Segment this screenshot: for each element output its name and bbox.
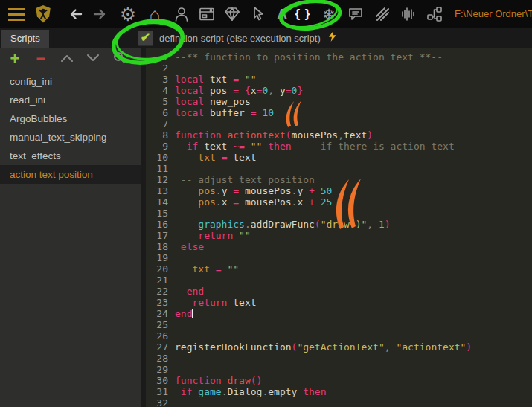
code-line[interactable]: 4local pos = {x=0, y=0}: [146, 85, 532, 96]
lightning-icon: [327, 30, 339, 43]
arrow-right-icon: [91, 5, 109, 23]
code-line[interactable]: 26: [146, 330, 532, 342]
code-line[interactable]: 27registerHookFunction("getActionText", …: [146, 342, 532, 353]
back-button[interactable]: [64, 1, 88, 27]
remove-script-button[interactable]: −: [33, 51, 48, 67]
line-number: 27: [146, 342, 168, 353]
line-number: 4: [146, 85, 168, 96]
diamond-icon: [223, 5, 241, 23]
code-line[interactable]: 20 txt = "": [146, 263, 532, 275]
decals-button[interactable]: [371, 1, 394, 27]
code-line[interactable]: 15: [146, 208, 532, 219]
code-line[interactable]: 21: [146, 275, 532, 286]
pointer-tool-button[interactable]: [246, 1, 270, 27]
line-number: 12: [146, 174, 168, 185]
code-line[interactable]: 17 return "": [146, 230, 532, 241]
line-number: 5: [146, 96, 168, 107]
line-number: 29: [146, 364, 168, 375]
code-line[interactable]: 31 if game.Dialog.empty then: [146, 386, 532, 397]
code-line[interactable]: 7: [146, 118, 532, 129]
code-line[interactable]: 9 if text ~= "" then -- if there is acti…: [146, 141, 532, 152]
line-number: 15: [146, 208, 168, 219]
sidebar-item[interactable]: ArgoBubbles: [0, 109, 141, 128]
code-line[interactable]: 19: [146, 252, 532, 263]
sidebar-divider[interactable]: [141, 48, 146, 407]
line-number: 24: [146, 308, 168, 319]
definition-script-checkbox[interactable]: ✔: [138, 31, 153, 46]
speech-bubble-icon: [347, 5, 365, 23]
line-number: 19: [146, 252, 168, 263]
search-button[interactable]: [112, 51, 126, 67]
node-graph-icon: [426, 5, 443, 23]
code-line[interactable]: 3local txt = "": [146, 74, 532, 85]
sidebar-toolbar: + −: [0, 48, 141, 69]
sound-button[interactable]: [397, 1, 420, 27]
text-cursor: [192, 309, 193, 318]
sidebar-item[interactable]: config_ini: [0, 72, 141, 91]
code-line[interactable]: 11: [146, 163, 532, 174]
scripting-button[interactable]: { }: [291, 1, 315, 27]
code-line[interactable]: 30function draw(): [146, 375, 532, 386]
scripts-sidebar: + − config_iniread_iniArgoBubblesmanual_…: [0, 48, 141, 407]
code-line[interactable]: 23 return text: [146, 297, 532, 308]
window-icon: [198, 5, 216, 23]
forward-button[interactable]: [88, 1, 112, 27]
app-logo-icon[interactable]: [31, 1, 55, 27]
code-line[interactable]: 32: [146, 397, 532, 407]
sidebar-item[interactable]: action text position: [0, 165, 141, 184]
sidebar-item[interactable]: text_effects: [0, 147, 141, 165]
code-editor[interactable]: 1--** function to position the action te…: [146, 48, 532, 407]
code-line[interactable]: 22 end: [146, 286, 532, 297]
settings-button[interactable]: ⚙: [116, 1, 140, 27]
menu-icon[interactable]: [4, 1, 28, 27]
line-number: 21: [146, 275, 168, 286]
home-button[interactable]: ⌂: [143, 1, 167, 27]
line-number: 1: [146, 51, 168, 63]
chat-button[interactable]: [344, 1, 368, 27]
add-script-button[interactable]: +: [7, 51, 22, 67]
gem-shop-button[interactable]: [220, 1, 244, 27]
hamburger-icon: [8, 8, 25, 21]
shield-logo-icon: [33, 4, 53, 24]
arrow-left-icon: [67, 5, 85, 23]
tab-scripts[interactable]: Scripts: [1, 30, 49, 48]
code-line[interactable]: 8function actiontext(mousePos,text): [146, 129, 532, 141]
line-number: 26: [146, 330, 168, 342]
components-button[interactable]: [423, 1, 446, 27]
code-line[interactable]: 12 -- adjust text position: [146, 174, 532, 185]
line-number: 28: [146, 353, 168, 364]
code-line[interactable]: 18 else: [146, 241, 532, 252]
code-line[interactable]: 29: [146, 364, 532, 375]
code-line[interactable]: 1--** function to position the action te…: [146, 51, 532, 63]
sidebar-item[interactable]: manual_text_skipping: [0, 128, 141, 147]
code-line[interactable]: 5local new_pos: [146, 96, 532, 107]
code-line[interactable]: 14 pos.x = mousePos.x + 25: [146, 196, 532, 208]
line-number: 25: [146, 319, 168, 330]
code-line[interactable]: 6local buffer = 10: [146, 107, 532, 118]
player-button[interactable]: [170, 1, 193, 27]
code-line[interactable]: 10 txt = text: [146, 152, 532, 163]
code-line[interactable]: 28: [146, 353, 532, 364]
code-line[interactable]: 16 graphics.addDrawFunc("draw()", 1): [146, 219, 532, 230]
sidebar-item[interactable]: read_ini: [0, 91, 141, 109]
home-icon: ⌂: [149, 5, 160, 24]
waveform-icon: [400, 5, 417, 23]
check-icon: ✔: [141, 32, 150, 44]
code-line[interactable]: 13 pos.y = mousePos.y + 50: [146, 185, 532, 196]
line-number: 31: [146, 386, 168, 397]
move-down-button[interactable]: [86, 52, 100, 65]
code-line[interactable]: 24end: [146, 308, 532, 319]
line-number: 13: [146, 185, 168, 196]
code-line[interactable]: 2: [146, 63, 532, 74]
dialog-window-button[interactable]: [195, 1, 219, 27]
line-number: 20: [146, 263, 168, 275]
move-up-button[interactable]: [60, 52, 74, 65]
line-number: 8: [146, 129, 168, 141]
execute-script-button[interactable]: [327, 30, 339, 46]
code-line[interactable]: 25: [146, 319, 532, 330]
freeze-button[interactable]: ❄: [317, 1, 341, 27]
line-number: 23: [146, 297, 168, 308]
search-icon: [112, 51, 126, 64]
line-number: 6: [146, 107, 168, 118]
line-number: 2: [146, 63, 168, 74]
